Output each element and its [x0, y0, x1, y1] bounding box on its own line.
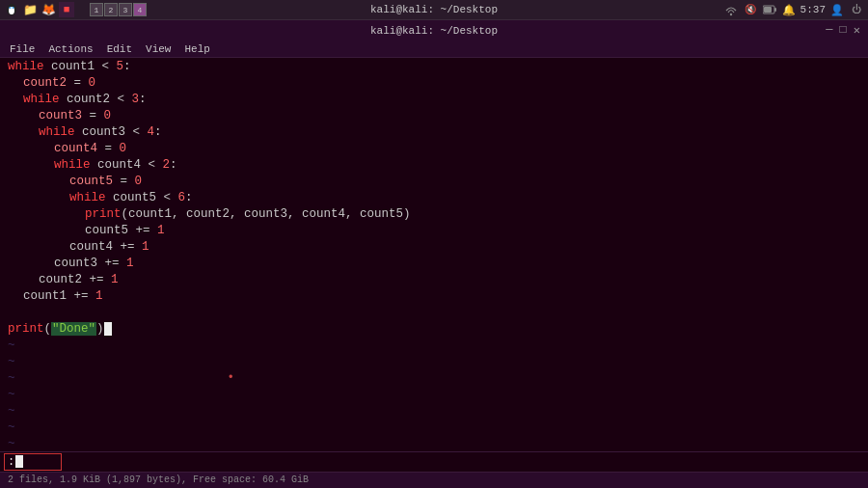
menubar: File Actions Edit View Help: [0, 41, 868, 58]
folder-icon[interactable]: 📁: [22, 2, 38, 17]
num-1-11: 1: [157, 224, 165, 237]
num-0-4: 0: [104, 109, 112, 122]
num-5: 5: [117, 60, 124, 73]
taskbar-left: 📁 🦊 ■ 1 2 3 4: [4, 2, 150, 17]
num-1-12: 1: [142, 240, 149, 254]
num-2: 2: [163, 158, 171, 172]
cmdline-cursor: [15, 455, 23, 468]
sound-icon[interactable]: 🔇: [743, 2, 758, 17]
minimize-button[interactable]: ─: [824, 23, 834, 38]
vim-cmdline-input[interactable]: :: [4, 453, 62, 471]
svg-rect-7: [764, 7, 772, 13]
code-line-3: while count2 < 3 :: [23, 91, 860, 107]
code-line-16: [8, 304, 860, 320]
code-text-3: count2 <: [60, 93, 132, 106]
svg-rect-6: [774, 8, 776, 12]
code-text-2: =: [67, 76, 89, 90]
close-button[interactable]: ✕: [852, 23, 862, 38]
workspace-1[interactable]: 1: [90, 3, 103, 16]
var-count2: count2: [23, 76, 67, 90]
power-icon[interactable]: ⏻: [849, 2, 864, 17]
kw-while-2: while: [23, 93, 60, 106]
code-line-2: count2 = 0: [23, 74, 860, 91]
tilde-6: ~: [8, 419, 860, 435]
workspace-4[interactable]: 4: [133, 3, 147, 16]
code-text-14: count2 +=: [39, 273, 111, 286]
text-cursor: [104, 322, 112, 336]
menu-view[interactable]: View: [140, 41, 176, 58]
num-4: 4: [148, 125, 155, 139]
code-line-1: while count1 < 5 :: [8, 58, 860, 74]
statusbar: 2 files, 1.9 KiB (1,897 bytes), Free spa…: [0, 472, 868, 488]
code-line-17: print ( "Done" ): [8, 320, 860, 337]
code-area[interactable]: while count1 < 5 : count2 = 0 while coun…: [0, 58, 868, 451]
num-1-15: 1: [95, 289, 103, 303]
code-text-6: =: [97, 142, 120, 155]
colon-1: :: [123, 60, 131, 73]
penguin-icon[interactable]: [4, 2, 19, 17]
bell-icon[interactable]: 🔔: [781, 2, 797, 17]
code-text-15: count1 +=: [23, 289, 95, 303]
kw-print-2: print: [8, 322, 44, 336]
num-0-2: 0: [89, 76, 96, 90]
open-paren: (: [44, 322, 52, 336]
num-1-14: 1: [111, 273, 119, 286]
tilde-1: ~: [8, 337, 860, 353]
var-count4: count4: [54, 142, 97, 155]
num-0-6: 0: [120, 142, 127, 155]
code-line-10: print (count1, count2, count3, count4, c…: [85, 205, 860, 222]
var-count3: count3: [39, 109, 82, 122]
status-text: 2 files, 1.9 KiB (1,897 bytes), Free spa…: [8, 474, 309, 485]
code-line-9: while count5 < 6 :: [69, 189, 860, 205]
tilde-7: ~: [8, 435, 860, 451]
svg-point-3: [13, 7, 14, 9]
code-line-15: count1 += 1: [23, 287, 860, 304]
terminal-icon[interactable]: ■: [59, 2, 74, 17]
battery-icon[interactable]: [762, 2, 777, 17]
taskbar: 📁 🦊 ■ 1 2 3 4 kali@kali: ~/Desktop: [0, 0, 868, 20]
menu-edit[interactable]: Edit: [101, 41, 138, 58]
code-text-5: count3 <: [75, 125, 148, 139]
kw-while-4: while: [54, 158, 91, 172]
code-line-8: count5 = 0: [69, 173, 860, 189]
network-icon[interactable]: [723, 2, 739, 17]
colon-5: :: [154, 125, 162, 139]
num-6: 6: [178, 191, 186, 204]
user-icon[interactable]: 👤: [829, 2, 845, 17]
maximize-button[interactable]: □: [838, 23, 849, 38]
window-controls: ─ □ ✕: [824, 23, 862, 38]
num-3: 3: [132, 93, 140, 106]
code-line-14: count2 += 1: [39, 271, 860, 287]
workspace-3[interactable]: 3: [119, 3, 132, 16]
menu-file[interactable]: File: [4, 41, 41, 58]
code-line-11: count5 += 1: [85, 222, 860, 238]
code-text-12: count4 +=: [69, 240, 142, 254]
close-paren: ): [96, 322, 104, 336]
tilde-2: ~: [8, 353, 860, 369]
code-text-7: count4 <: [91, 158, 163, 172]
code-line-5: while count3 < 4 :: [39, 123, 860, 140]
kw-print-1: print: [85, 207, 122, 221]
colon-7: :: [170, 158, 177, 172]
taskbar-right: 🔇 🔔 5:37 👤 ⏻: [723, 2, 864, 17]
firefox-icon[interactable]: 🦊: [41, 2, 56, 17]
clock: 5:37: [800, 4, 826, 15]
menu-actions[interactable]: Actions: [42, 41, 98, 58]
menu-help[interactable]: Help: [178, 41, 215, 58]
code-text-10: (count1, count2, count3, count4, count5): [122, 207, 411, 221]
colon-9: :: [185, 191, 193, 204]
tilde-3: ~•: [8, 369, 860, 386]
num-0-8: 0: [135, 175, 143, 188]
kw-while-1: while: [8, 60, 44, 73]
string-done: "Done": [51, 322, 96, 336]
tilde-5: ~: [8, 402, 860, 419]
code-text-11: count5 +=: [85, 224, 157, 237]
code-line-6: count4 = 0: [54, 140, 860, 156]
cmdline: :: [0, 451, 868, 472]
taskbar-title: kali@kali: ~/Desktop: [370, 4, 498, 15]
kw-while-5: while: [69, 191, 106, 204]
colon-3: :: [139, 93, 147, 106]
code-text-1: count1 <: [44, 60, 117, 73]
workspace-2[interactable]: 2: [104, 3, 118, 16]
code-line-12: count4 += 1: [69, 238, 860, 255]
